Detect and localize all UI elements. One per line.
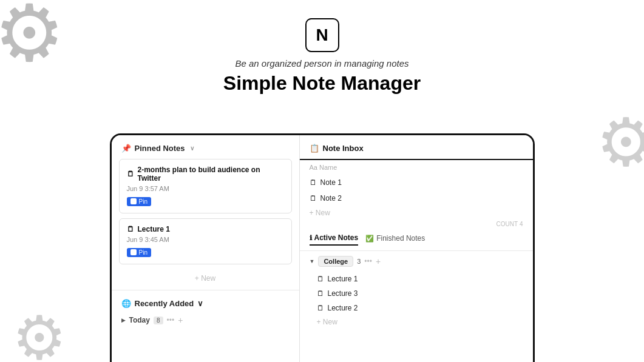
inbox-count-row: COUNT 4 [300,220,533,229]
college-note-row-1[interactable]: 🗒 Lecture 1 [300,272,533,286]
college-note-3-label: Lecture 2 [328,304,358,312]
college-group-badge: College [318,256,353,267]
today-more-options[interactable]: ••• [167,316,175,324]
today-label: Today [129,316,150,324]
recently-added-section-header[interactable]: 🌐 Recently Added ∨ [112,293,299,313]
note-card-2-title: Lecture 1 [138,225,170,233]
college-note-row-2[interactable]: 🗒 Lecture 3 [300,286,533,301]
finished-notes-icon: ✅ [365,235,374,243]
active-notes-tab-label: Active Notes [314,233,359,242]
pin-badge-2[interactable]: Pin [127,248,151,257]
note-card-1-title: 2-months plan to build audience on Twitt… [138,166,284,183]
finished-notes-tab-label: Finished Notes [376,234,425,243]
inbox-icon: 📋 [310,144,319,153]
college-note-icon-3: 🗒 [317,304,324,312]
today-count-badge: 8 [154,317,163,324]
pin-checkbox-2 [130,249,137,255]
recently-added-chevron: ∨ [197,299,203,308]
college-group-more-options[interactable]: ••• [364,257,372,266]
pinned-notes-chevron: ∨ [190,145,194,152]
pin-checkbox-1 [130,198,137,204]
inbox-note-icon-1: 🗒 [310,178,317,187]
college-new-button[interactable]: + New [300,315,533,329]
college-note-icon-2: 🗒 [317,289,324,298]
pinned-note-card-2[interactable]: 🗒 Lecture 1 Jun 9 3:45 AM Pin [119,218,292,264]
today-triangle-icon: ▶ [121,317,126,323]
inbox-name-row: Aa Name [300,160,533,175]
right-panel: 📋 Note Inbox Aa Name 🗒 Note 1 🗒 Note 2 +… [300,135,533,362]
active-notes-icon: ℹ [310,234,312,242]
pin-badge-1[interactable]: Pin [127,197,151,206]
college-note-1-label: Lecture 1 [328,275,358,283]
inbox-name-placeholder: Aa Name [310,164,337,171]
note-card-1-title-row: 🗒 2-months plan to build audience on Twi… [127,166,284,183]
note-inbox-title: Note Inbox [323,144,364,153]
divider-1 [112,290,299,290]
tab-active-notes[interactable]: ℹ Active Notes [310,233,359,246]
today-add-button[interactable]: + [178,315,183,325]
recently-icon: 🌐 [121,299,131,308]
tab-finished-notes[interactable]: ✅ Finished Notes [365,234,425,245]
header-tagline: Be an organized person in managing notes [0,58,644,69]
notion-logo: N [305,18,339,52]
note-icon-1: 🗒 [127,170,134,178]
pinned-notes-section-header[interactable]: 📌 Pinned Notes ∨ [112,135,299,159]
college-group-triangle: ▼ [310,258,315,264]
page-header: N Be an organized person in managing not… [0,0,644,95]
inbox-note-2-label: Note 2 [320,194,342,203]
inbox-new-button[interactable]: + New [300,206,533,220]
pin-icon: 📌 [121,144,131,153]
note-inbox-header: 📋 Note Inbox [300,135,533,160]
pin-label-1: Pin [139,198,147,205]
device-frame: 📌 Pinned Notes ∨ 🗒 2-months plan to buil… [110,133,535,362]
inbox-note-row-2[interactable]: 🗒 Note 2 [300,190,533,206]
inbox-count-label: COUNT [497,221,518,227]
recently-added-label: Recently Added [135,299,194,308]
college-group-count: 3 [357,258,361,265]
note-card-2-timestamp: Jun 9 3:45 AM [127,236,284,243]
pinned-note-card-1[interactable]: 🗒 2-months plan to build audience on Twi… [119,159,292,213]
pinned-notes-label: Pinned Notes [135,144,185,153]
left-panel: 📌 Pinned Notes ∨ 🗒 2-months plan to buil… [112,135,300,362]
note-card-2-title-row: 🗒 Lecture 1 [127,225,284,233]
gear-decoration-right: ⚙ [596,109,644,176]
inbox-note-1-label: Note 1 [320,178,342,187]
gear-decoration-bottom-left: ⚙ [12,307,67,362]
note-icon-2: 🗒 [127,225,134,233]
inbox-note-icon-2: 🗒 [310,194,317,203]
college-note-icon-1: 🗒 [317,275,324,283]
college-group-add[interactable]: + [376,256,381,266]
pin-label-2: Pin [139,249,147,256]
page-title: Simple Note Manager [0,72,644,95]
pinned-new-button[interactable]: + New [112,269,299,287]
college-group-row[interactable]: ▼ College 3 ••• + [300,251,533,272]
college-note-2-label: Lecture 3 [328,289,358,298]
inbox-count-value: 4 [520,221,523,227]
note-card-1-timestamp: Jun 9 3:57 AM [127,185,284,192]
tabs-row: ℹ Active Notes ✅ Finished Notes [300,229,533,251]
inbox-note-row-1[interactable]: 🗒 Note 1 [300,175,533,190]
today-row[interactable]: ▶ Today 8 ••• + [112,313,299,327]
college-note-row-3[interactable]: 🗒 Lecture 2 [300,301,533,315]
